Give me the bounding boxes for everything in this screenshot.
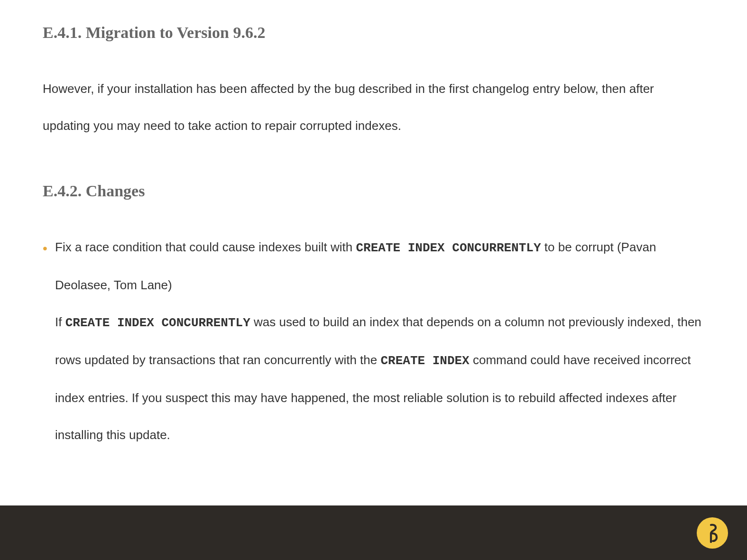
changes-heading: E.4.2. Changes	[43, 182, 704, 200]
change-lead-pre: Fix a race condition that could cause in…	[55, 240, 356, 254]
change-lead-code: CREATE INDEX CONCURRENTLY	[356, 241, 541, 255]
footer-bar	[0, 505, 747, 560]
change-body-code2: CREATE INDEX	[380, 354, 469, 368]
change-body-pre: If	[55, 315, 65, 329]
change-body: If CREATE INDEX CONCURRENTLY was used to…	[55, 303, 704, 453]
change-item: Fix a race condition that could cause in…	[55, 229, 704, 453]
logo-badge	[697, 517, 728, 549]
logo-icon	[704, 523, 720, 543]
change-body-code1: CREATE INDEX CONCURRENTLY	[65, 316, 250, 330]
document-content: E.4.1. Migration to Version 9.6.2 Howeve…	[0, 0, 747, 453]
changes-list: Fix a race condition that could cause in…	[43, 229, 704, 453]
migration-heading: E.4.1. Migration to Version 9.6.2	[43, 24, 704, 42]
migration-paragraph: However, if your installation has been a…	[43, 70, 704, 144]
